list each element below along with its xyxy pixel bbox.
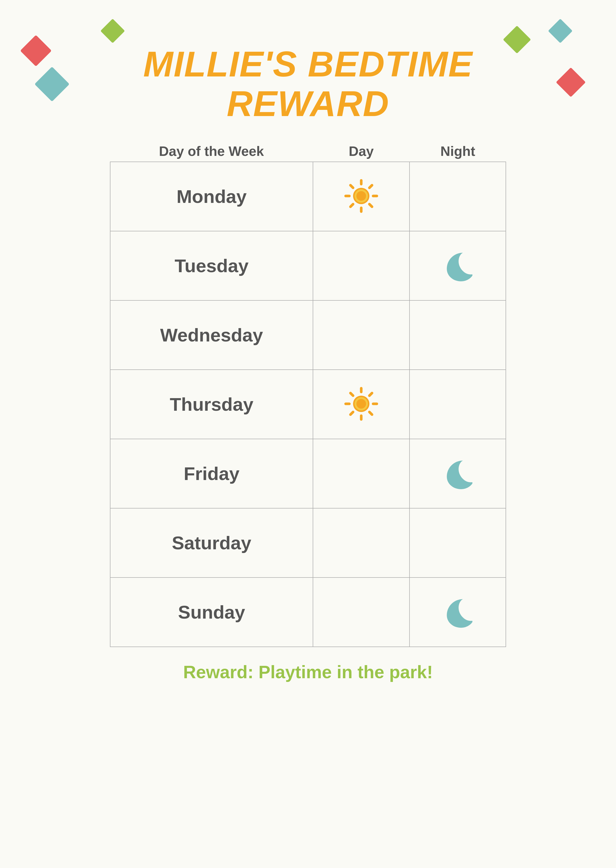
moon-icon [443,249,472,281]
night-icon-friday [410,439,506,508]
page-title: Millie's Bedtime Reward [143,45,473,124]
svg-point-21 [356,399,366,409]
diamond-teal-right [548,19,573,43]
svg-line-5 [350,185,353,188]
moon-icon [443,595,472,628]
diamond-green-top [101,19,125,43]
diamond-red-left [20,35,52,66]
svg-line-16 [350,393,353,396]
day-icon-monday [313,162,409,231]
sun-icon [343,177,380,215]
diamond-teal-left [35,67,69,102]
svg-line-7 [369,185,372,188]
diamond-green-right [503,25,531,53]
day-icon-sunday [313,578,409,647]
table-row: Tuesday [110,231,506,300]
svg-point-10 [356,191,366,201]
reward-table: Monday [110,161,506,647]
svg-line-18 [369,393,372,396]
day-icon-thursday [313,370,409,439]
table-row: Saturday [110,508,506,578]
day-icon-tuesday [313,231,409,300]
col-header-day-of-week: Day of the Week [110,143,313,159]
day-name-thursday: Thursday [110,370,313,439]
svg-line-19 [350,412,353,415]
table-row: Wednesday [110,300,506,370]
reward-label: Reward: Playtime in the park! [183,662,433,682]
title-line2: Reward [227,84,389,124]
svg-line-6 [369,204,372,207]
day-icon-friday [313,439,409,508]
table-row: Sunday [110,578,506,647]
column-headers: Day of the Week Day Night [110,143,506,159]
night-icon-saturday [410,508,506,578]
col-header-night: Night [410,143,506,159]
night-icon-wednesday [410,300,506,370]
svg-line-8 [350,204,353,207]
table-row: Monday [110,162,506,231]
day-name-tuesday: Tuesday [110,231,313,300]
day-name-friday: Friday [110,439,313,508]
col-header-day: Day [313,143,410,159]
day-name-sunday: Sunday [110,578,313,647]
moon-icon [443,457,472,489]
svg-line-17 [369,412,372,415]
day-name-wednesday: Wednesday [110,300,313,370]
night-icon-tuesday [410,231,506,300]
night-icon-thursday [410,370,506,439]
diamond-red-right [556,67,586,97]
day-name-saturday: Saturday [110,508,313,578]
day-icon-saturday [313,508,409,578]
table-row: Friday [110,439,506,508]
sun-icon [343,385,380,422]
night-icon-monday [410,162,506,231]
night-icon-sunday [410,578,506,647]
title-line1: Millie's Bedtime [143,44,473,84]
day-name-monday: Monday [110,162,313,231]
page: Millie's Bedtime Reward Day of the Week … [0,0,616,868]
table-row: Thursday [110,370,506,439]
day-icon-wednesday [313,300,409,370]
